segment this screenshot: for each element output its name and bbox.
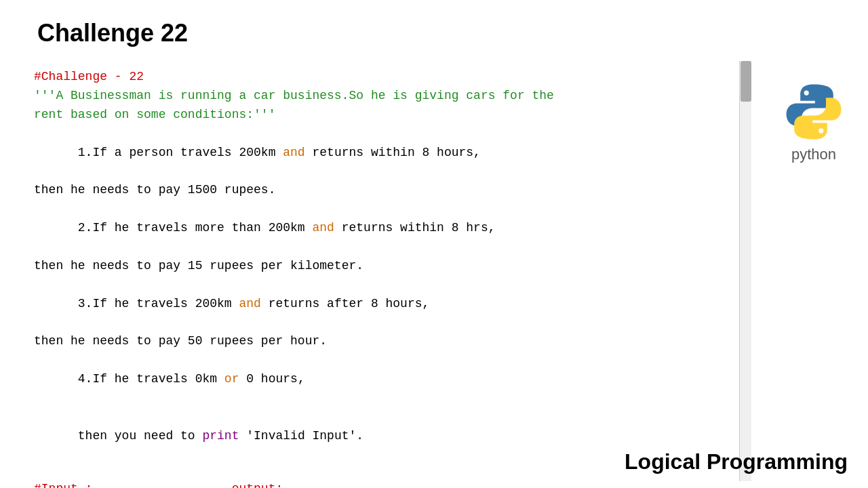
code-line-9: then he needs to pay 50 rupees per hour. [34,332,726,351]
code-area: #Challenge - 22 '''A Businessman is runn… [27,61,739,488]
code-line-10: 4.If he travels 0km or 0 hours, [34,351,726,408]
svg-point-1 [818,128,823,133]
python-text-label: python [791,146,836,163]
code-line-3: rent based on some conditions:''' [34,106,726,125]
code-line-7: then he needs to pay 15 rupees per kilom… [34,257,726,276]
code-line-5: then he needs to pay 1500 rupees. [34,181,726,200]
python-logo-icon [783,81,844,142]
scrollbar-thumb[interactable] [741,61,751,102]
code-line-1: #Challenge - 22 [34,68,726,87]
code-line-6: 2.If he travels more than 200km and retu… [34,200,726,257]
code-line-2: '''A Businessman is running a car busine… [34,87,726,106]
page-title: Challenge 22 [0,0,868,61]
scrollbar-track[interactable] [739,61,751,481]
code-line-11: then you need to print 'Invalid Input'. [34,408,726,465]
bottom-right-label: Logical Programming [625,449,848,474]
svg-point-0 [804,91,809,96]
code-line-8: 3.If he travels 200km and returns after … [34,276,726,333]
python-logo-container: python [783,81,844,163]
code-line-4: 1.If a person travels 200km and returns … [34,125,726,182]
sidebar: python [739,61,868,488]
input-header: #Input : output: [34,480,726,488]
